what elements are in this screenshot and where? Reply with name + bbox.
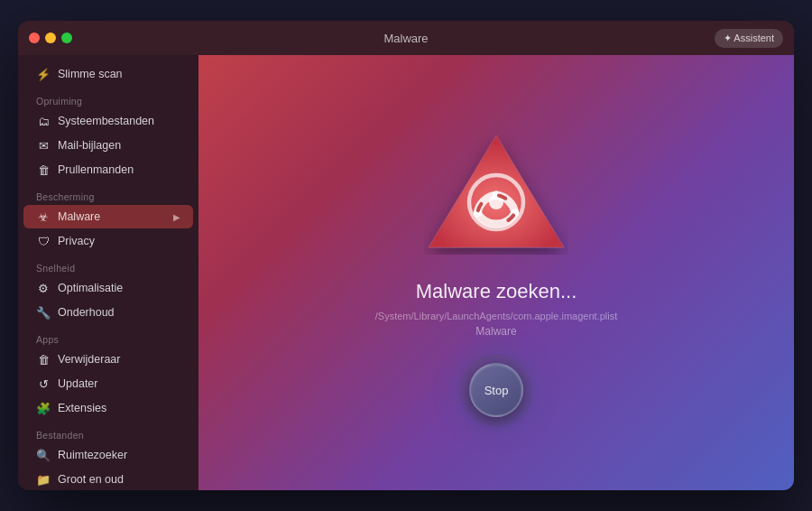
sidebar-item-prullenmanden-label: Prullenmanden (58, 163, 134, 176)
section-opruiming: Opruiming (23, 87, 198, 109)
extensies-icon: 🧩 (36, 401, 51, 415)
sidebar-item-privacy-label: Privacy (58, 235, 95, 247)
updater-icon: ↺ (36, 376, 51, 391)
sidebar-item-optimalisatie-label: Optimalisatie (58, 282, 123, 294)
sidebar-item-updater-label: Updater (58, 377, 97, 390)
minimize-button[interactable] (45, 33, 56, 43)
privacy-icon: 🛡 (36, 234, 51, 248)
sidebar-item-extensies-label: Extensies (58, 402, 106, 414)
verwijderaar-icon: 🗑 (36, 352, 51, 367)
prullenmanden-icon: 🗑 (36, 163, 51, 177)
section-bescherming: Bescherming (23, 182, 198, 205)
optimalisatie-icon: ⚙ (36, 281, 51, 295)
systeembestanden-icon: 🗂 (36, 114, 51, 128)
app-window: Malware ✦ Assistent ⚡ Slimme scan Opruim… (18, 21, 794, 490)
section-snelheid: Snelheid (23, 254, 198, 276)
sidebar-item-slimme-scan-label: Slimme scan (58, 68, 123, 80)
sidebar-item-optimalisatie[interactable]: ⚙ Optimalisatie (23, 276, 193, 300)
mail-bijlagen-icon: ✉ (36, 138, 51, 153)
assistant-button[interactable]: ✦ Assistent (715, 29, 783, 48)
close-button[interactable] (29, 33, 40, 43)
sidebar-item-verwijderaar-label: Verwijderaar (58, 353, 120, 366)
sidebar-item-mail-bijlagen-label: Mail-bijlagen (58, 139, 121, 152)
onderhoud-icon: 🔧 (36, 305, 51, 320)
stop-button-wrapper: Stop (469, 363, 523, 417)
sidebar-item-malware-label: Malware (58, 210, 100, 223)
section-apps: Apps (23, 325, 198, 348)
sidebar-item-groot-en-oud-label: Groot en oud (58, 473, 124, 486)
sidebar-item-ruimtezoeker[interactable]: 🔍 Ruimtezoeker (23, 443, 193, 467)
sidebar-item-updater[interactable]: ↺ Updater (23, 372, 193, 395)
sidebar-item-systeembestanden[interactable]: 🗂 Systeembestanden (23, 109, 193, 133)
main-content: ⚡ Slimme scan Opruiming 🗂 Systeembestand… (18, 55, 794, 490)
title-bar: Malware ✦ Assistent (18, 21, 794, 55)
sidebar-item-onderhoud[interactable]: 🔧 Onderhoud (23, 301, 193, 324)
section-bestanden: Bestanden (23, 421, 198, 443)
slimme-scan-icon: ⚡ (36, 67, 51, 81)
sidebar-item-verwijderaar[interactable]: 🗑 Verwijderaar (23, 348, 193, 371)
sidebar-item-systeembestanden-label: Systeembestanden (58, 115, 154, 127)
active-arrow-icon: ▶ (173, 212, 180, 222)
right-panel: Malware zoeken... /System/Library/Launch… (198, 55, 794, 490)
sidebar-item-mail-bijlagen[interactable]: ✉ Mail-bijlagen (23, 134, 193, 157)
sidebar-item-slimme-scan[interactable]: ⚡ Slimme scan (23, 62, 193, 86)
scan-type-text: Malware (475, 325, 516, 338)
sidebar-item-groot-en-oud[interactable]: 📁 Groot en oud (23, 468, 193, 490)
sidebar-item-onderhoud-label: Onderhoud (58, 306, 115, 319)
sidebar-item-privacy[interactable]: 🛡 Privacy (23, 229, 193, 253)
groot-en-oud-icon: 📁 (36, 472, 51, 487)
traffic-lights (29, 33, 72, 43)
scan-path-text: /System/Library/LaunchAgents/com.apple.i… (375, 311, 617, 321)
main-scan-title: Malware zoeken... (416, 280, 577, 303)
biohazard-triangle-icon (424, 128, 568, 255)
malware-icon-wrapper (424, 128, 568, 258)
sidebar-item-prullenmanden[interactable]: 🗑 Prullenmanden (23, 158, 193, 181)
fullscreen-button[interactable] (61, 33, 72, 43)
stop-button[interactable]: Stop (469, 363, 523, 417)
sidebar-item-extensies[interactable]: 🧩 Extensies (23, 396, 193, 420)
window-title: Malware (383, 32, 428, 45)
sidebar: ⚡ Slimme scan Opruiming 🗂 Systeembestand… (18, 55, 198, 490)
malware-icon: ☣ (36, 209, 51, 224)
sidebar-item-ruimtezoeker-label: Ruimtezoeker (58, 449, 127, 461)
sidebar-item-malware[interactable]: ☣ Malware ▶ (23, 205, 193, 228)
ruimtezoeker-icon: 🔍 (36, 448, 51, 462)
